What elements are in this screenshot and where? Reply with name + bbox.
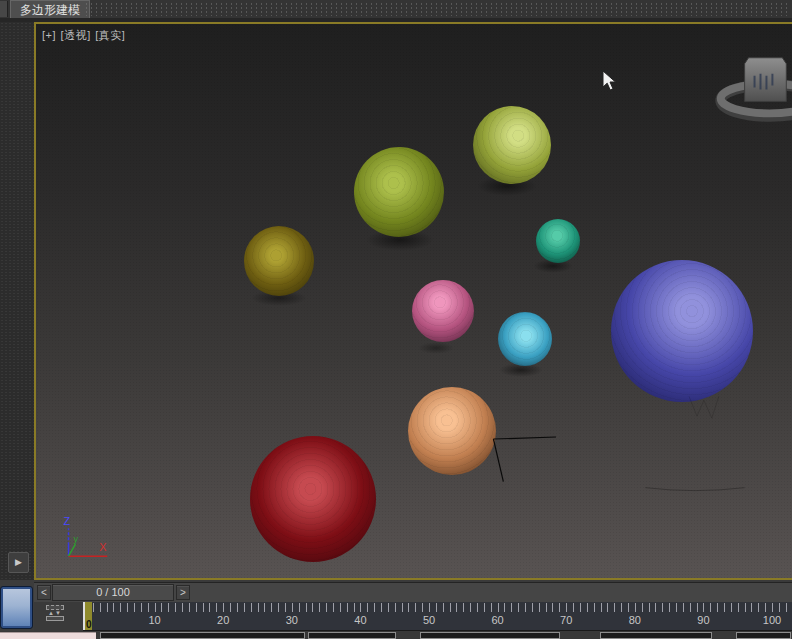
blue-square-button[interactable] <box>1 587 32 628</box>
time-slider-row: < 0 / 100 > <box>34 582 792 602</box>
viewport-pov-menu[interactable]: [透视] <box>61 29 91 41</box>
frame-number-label: 10 <box>148 614 160 626</box>
frame-tick <box>614 603 615 612</box>
viewport-label: [+] [透视] [真实] <box>42 28 126 43</box>
frame-tick <box>484 603 485 612</box>
sphere-olive-green[interactable] <box>354 147 444 237</box>
frame-tick <box>155 603 156 612</box>
status-field <box>100 632 305 639</box>
frame-tick <box>100 603 101 612</box>
frame-tick <box>216 603 217 612</box>
frame-tick <box>607 603 608 612</box>
frame-number-label: 40 <box>354 614 366 626</box>
ribbon-grip[interactable] <box>0 1 8 17</box>
sphere-teal[interactable] <box>536 219 580 263</box>
viewport-shading-menu[interactable]: [真实] <box>95 29 125 41</box>
frame-tick <box>107 603 108 612</box>
frame-tick <box>717 603 718 612</box>
frame-number-label: 20 <box>217 614 229 626</box>
frame-tick <box>546 603 547 612</box>
viewport[interactable]: Z y X [+] [透视] [真实] <box>34 22 792 580</box>
frame-number-label: 70 <box>560 614 572 626</box>
frame-tick <box>120 603 121 612</box>
previous-frame-button[interactable]: < <box>37 585 51 600</box>
frame-tick <box>223 603 224 612</box>
frame-tick <box>662 603 663 612</box>
frame-tick <box>141 603 142 612</box>
track-bar-left: ▲▼ <box>34 602 83 631</box>
maxscript-mini-listener[interactable] <box>0 632 96 639</box>
frame-tick <box>573 603 574 612</box>
viewport-general-menu[interactable]: [+] <box>42 29 56 41</box>
frame-tick <box>209 603 210 612</box>
frame-tick <box>360 603 361 612</box>
frame-tick <box>347 603 348 612</box>
frame-tick <box>319 603 320 612</box>
frame-tick <box>189 603 190 612</box>
frame-tick <box>203 603 204 612</box>
frame-tick <box>731 603 732 612</box>
frame-tick <box>408 603 409 612</box>
frame-tick <box>765 603 766 612</box>
sphere-blue[interactable] <box>611 260 753 402</box>
frame-number-label: 100 <box>763 614 781 626</box>
frame-tick <box>436 603 437 612</box>
frame-tick <box>354 603 355 612</box>
frame-tick <box>422 603 423 612</box>
frame-tick <box>415 603 416 612</box>
time-slider-handle[interactable]: 0 / 100 <box>52 584 174 601</box>
frame-tick <box>751 603 752 612</box>
mouse-cursor <box>602 70 618 92</box>
frame-tick <box>381 603 382 612</box>
frame-tick <box>703 603 704 612</box>
frame-tick <box>587 603 588 612</box>
frame-number-label: 60 <box>491 614 503 626</box>
frame-tick <box>738 603 739 612</box>
frame-number-label: 30 <box>286 614 298 626</box>
frame-tick <box>168 603 169 612</box>
frame-tick <box>450 603 451 612</box>
sphere-yellow-green[interactable] <box>473 106 551 184</box>
sphere-dark-yellow[interactable] <box>244 226 314 296</box>
status-field <box>736 632 791 639</box>
frame-tick <box>196 603 197 612</box>
mini-curve-editor-icon[interactable]: ▲▼ <box>46 605 64 626</box>
frame-number-label: 50 <box>423 614 435 626</box>
track-bar[interactable]: ▲▼ 0 102030405060708090100 <box>34 602 792 631</box>
frame-tick <box>285 603 286 612</box>
spline-lines[interactable] <box>493 437 556 482</box>
world-axis-gizmo: Z y X <box>64 515 108 556</box>
frame-number-label: 90 <box>697 614 709 626</box>
frame-tick <box>113 603 114 612</box>
frame-tick <box>230 603 231 612</box>
axis-y-label: y <box>73 534 78 544</box>
frame-tick <box>134 603 135 612</box>
ribbon-dotted-area <box>84 2 790 16</box>
frame-tick <box>477 603 478 612</box>
sphere-cyan[interactable] <box>498 312 552 366</box>
gray-ring-helper-object[interactable] <box>721 58 792 117</box>
frame-tick <box>443 603 444 612</box>
sphere-red[interactable] <box>250 436 376 562</box>
frame-tick <box>456 603 457 612</box>
frame-tick <box>237 603 238 612</box>
frame-tick <box>628 603 629 612</box>
frame-tick <box>306 603 307 612</box>
tab-polygon-modeling[interactable]: 多边形建模 <box>10 0 90 18</box>
frame-tick <box>175 603 176 612</box>
sphere-pink[interactable] <box>412 280 474 342</box>
sphere-orange[interactable] <box>408 387 496 475</box>
next-frame-button[interactable]: > <box>176 585 190 600</box>
frame-tick <box>511 603 512 612</box>
frame-tick <box>690 603 691 612</box>
status-field <box>420 632 560 639</box>
frame-tick <box>395 603 396 612</box>
current-frame-label: 0 <box>86 619 92 630</box>
frame-tick <box>127 603 128 612</box>
frame-tick <box>333 603 334 612</box>
panel-expand-arrow-button[interactable]: ▶ <box>8 552 29 573</box>
frame-tick <box>504 603 505 612</box>
frame-tick <box>258 603 259 612</box>
frame-tick <box>621 603 622 612</box>
current-frame-marker[interactable]: 0 <box>83 602 92 630</box>
